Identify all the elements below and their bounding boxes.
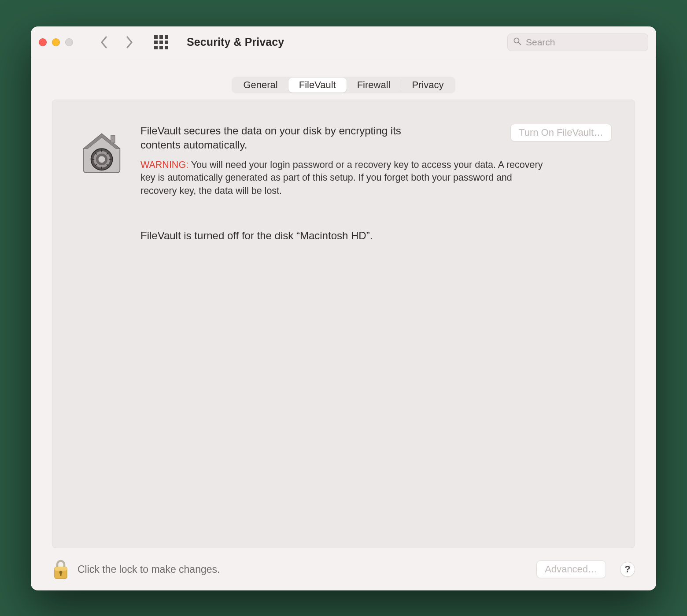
svg-rect-18 — [60, 573, 61, 576]
tab-bar: General FileVault Firewall Privacy — [232, 77, 455, 93]
filevault-status: FileVault is turned off for the disk “Ma… — [140, 230, 612, 242]
search-input[interactable] — [526, 37, 643, 48]
warning-label: WARNING: — [140, 160, 188, 170]
tab-filevault[interactable]: FileVault — [288, 78, 347, 93]
search-icon — [513, 37, 521, 47]
nav-arrows — [100, 36, 134, 49]
tab-privacy[interactable]: Privacy — [401, 78, 454, 93]
search-field[interactable] — [507, 33, 648, 51]
show-all-button[interactable] — [154, 35, 168, 49]
filevault-panel: FileVault secures the data on your disk … — [52, 100, 635, 548]
svg-line-1 — [518, 42, 521, 45]
body: General FileVault Firewall Privacy — [31, 58, 656, 548]
filevault-intro: FileVault secures the data on your disk … — [140, 124, 414, 152]
filevault-warning: WARNING: You will need your login passwo… — [140, 159, 546, 198]
back-button[interactable] — [100, 36, 109, 49]
minimize-window-button[interactable] — [52, 38, 60, 46]
traffic-lights — [39, 38, 76, 46]
close-window-button[interactable] — [39, 38, 47, 46]
tab-general[interactable]: General — [233, 78, 288, 93]
svg-rect-16 — [55, 567, 67, 571]
lock-hint-text: Click the lock to make changes. — [78, 564, 220, 575]
forward-button[interactable] — [124, 36, 134, 49]
window-title: Security & Privacy — [187, 36, 284, 48]
turn-on-filevault-button[interactable]: Turn On FileVault… — [510, 124, 612, 141]
svg-rect-2 — [111, 135, 115, 143]
warning-text: You will need your login password or a r… — [140, 160, 543, 196]
system-preferences-window: Security & Privacy General FileVault Fir… — [31, 26, 656, 590]
lock-icon[interactable] — [52, 558, 70, 580]
filevault-text: FileVault secures the data on your disk … — [140, 124, 612, 242]
help-button[interactable]: ? — [620, 562, 635, 577]
svg-point-6 — [99, 156, 105, 163]
zoom-window-button[interactable] — [65, 38, 73, 46]
advanced-button[interactable]: Advanced… — [536, 560, 606, 578]
footer: Click the lock to make changes. Advanced… — [31, 548, 656, 590]
filevault-icon — [75, 124, 128, 177]
toolbar: Security & Privacy — [31, 26, 656, 58]
tab-firewall[interactable]: Firewall — [347, 78, 401, 93]
